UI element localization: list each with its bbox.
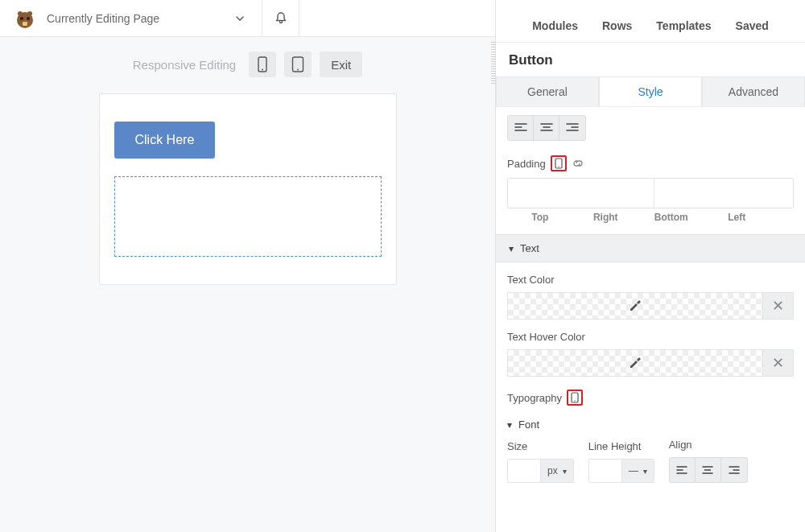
tablet-icon bbox=[291, 56, 304, 72]
sub-tabs: General Style Advanced bbox=[496, 76, 805, 107]
padding-right-input[interactable] bbox=[654, 179, 794, 208]
font-subsection[interactable]: ▾ Font bbox=[507, 419, 794, 431]
mobile-icon bbox=[257, 56, 268, 72]
module-title: Button bbox=[496, 43, 805, 76]
page-selector[interactable]: Currently Editing Page bbox=[0, 0, 262, 36]
lineheight-label: Line Height bbox=[588, 440, 654, 452]
size-col: Size px ▾ bbox=[507, 440, 574, 483]
text-hover-row: ✕ bbox=[507, 349, 794, 377]
align-right-button[interactable] bbox=[559, 116, 585, 140]
svg-point-2 bbox=[27, 17, 30, 20]
tab-modules[interactable]: Modules bbox=[532, 19, 578, 32]
lineheight-input-group: — ▾ bbox=[588, 459, 654, 483]
padding-link-toggle[interactable] bbox=[572, 158, 584, 169]
text-align-group bbox=[669, 457, 748, 483]
panel-top-tabs: Modules Rows Templates Saved bbox=[496, 0, 805, 43]
size-input-group: px ▾ bbox=[507, 459, 574, 483]
svg-point-4 bbox=[18, 11, 23, 16]
text-align-left-button[interactable] bbox=[670, 458, 696, 482]
lineheight-col: Line Height — ▾ bbox=[588, 440, 654, 483]
chevron-down-icon: ▾ bbox=[507, 419, 512, 431]
eyedropper-icon bbox=[628, 299, 642, 313]
chevron-down-icon bbox=[234, 13, 246, 24]
tab-rows[interactable]: Rows bbox=[602, 19, 632, 32]
eyedropper-icon bbox=[628, 356, 642, 370]
panel-resize-handle[interactable] bbox=[491, 42, 496, 85]
svg-rect-3 bbox=[23, 22, 27, 26]
exit-responsive-button[interactable]: Exit bbox=[320, 52, 362, 77]
svg-point-7 bbox=[262, 69, 263, 71]
preview-button[interactable]: Click Here bbox=[114, 122, 216, 159]
panel-body: Padding px Top Right Bottom Left ▾ Text bbox=[496, 107, 805, 532]
subtab-advanced[interactable]: Advanced bbox=[702, 76, 805, 106]
padding-inputs: px bbox=[507, 178, 794, 208]
align-label: Align bbox=[669, 439, 748, 451]
padding-top-input[interactable] bbox=[508, 179, 654, 208]
lineheight-input[interactable] bbox=[589, 460, 621, 482]
drop-zone[interactable] bbox=[114, 176, 382, 257]
subtab-style[interactable]: Style bbox=[599, 76, 702, 106]
svg-point-13 bbox=[574, 400, 575, 401]
device-mobile-button[interactable] bbox=[249, 52, 276, 77]
size-input[interactable] bbox=[508, 460, 540, 482]
text-align-right-button[interactable] bbox=[721, 458, 747, 482]
text-color-clear[interactable]: ✕ bbox=[763, 292, 794, 320]
chevron-down-icon: ▾ bbox=[563, 467, 567, 476]
tab-templates[interactable]: Templates bbox=[656, 19, 711, 32]
chevron-down-icon: ▾ bbox=[509, 243, 514, 254]
svg-point-1 bbox=[20, 17, 23, 20]
padding-left-label: Left bbox=[704, 212, 770, 223]
padding-device-toggle[interactable] bbox=[551, 155, 567, 171]
typography-row: Typography bbox=[507, 390, 794, 406]
responsive-bar: Responsive Editing Exit bbox=[0, 37, 495, 82]
responsive-label: Responsive Editing bbox=[133, 58, 236, 72]
lineheight-unit-select[interactable]: — ▾ bbox=[621, 460, 654, 482]
svg-point-5 bbox=[27, 11, 32, 16]
padding-right-label: Right bbox=[573, 212, 639, 223]
padding-top-label: Top bbox=[507, 212, 573, 223]
padding-row: Padding bbox=[507, 155, 794, 171]
text-hover-picker[interactable] bbox=[507, 349, 763, 377]
align-right-icon bbox=[566, 123, 579, 133]
size-label: Size bbox=[507, 440, 574, 452]
text-hover-clear[interactable]: ✕ bbox=[763, 349, 794, 377]
typography-device-toggle[interactable] bbox=[567, 390, 583, 406]
font-label: Font bbox=[518, 419, 539, 431]
typography-controls: Size px ▾ Line Height — ▾ bbox=[507, 439, 794, 483]
svg-point-11 bbox=[558, 166, 559, 167]
page-title: Currently Editing Page bbox=[47, 12, 159, 25]
align-center-button[interactable] bbox=[534, 116, 559, 140]
align-col: Align bbox=[669, 439, 748, 483]
text-color-label: Text Color bbox=[507, 274, 794, 286]
text-color-row: ✕ bbox=[507, 292, 794, 320]
work-area: Responsive Editing Exit Click Here bbox=[0, 37, 495, 532]
section-text-title: Text bbox=[520, 242, 539, 254]
text-hover-label: Text Hover Color bbox=[507, 331, 794, 343]
tab-saved[interactable]: Saved bbox=[736, 19, 769, 32]
align-center-icon bbox=[540, 123, 553, 133]
content-align-group bbox=[507, 115, 586, 141]
bell-icon bbox=[274, 11, 288, 26]
section-text[interactable]: ▾ Text bbox=[496, 234, 805, 262]
size-unit-select[interactable]: px ▾ bbox=[540, 460, 573, 482]
padding-label: Padding bbox=[507, 158, 546, 170]
chevron-down-icon: ▾ bbox=[643, 467, 647, 476]
align-left-icon bbox=[514, 123, 527, 133]
close-icon: ✕ bbox=[772, 354, 784, 372]
text-color-picker[interactable] bbox=[507, 292, 763, 320]
notifications-button[interactable] bbox=[262, 0, 299, 36]
settings-panel: Modules Rows Templates Saved Button Gene… bbox=[495, 0, 805, 532]
align-left-button[interactable] bbox=[508, 116, 534, 140]
device-tablet-button[interactable] bbox=[284, 52, 312, 77]
typography-label: Typography bbox=[507, 392, 562, 404]
subtab-general[interactable]: General bbox=[496, 76, 599, 106]
canvas[interactable]: Click Here bbox=[99, 93, 397, 285]
text-align-center-button[interactable] bbox=[696, 458, 721, 482]
padding-bottom-label: Bottom bbox=[638, 212, 704, 223]
close-icon: ✕ bbox=[772, 297, 784, 315]
padding-side-labels: Top Right Bottom Left bbox=[507, 212, 794, 223]
svg-point-9 bbox=[297, 69, 299, 71]
beaver-logo-icon bbox=[11, 5, 39, 32]
